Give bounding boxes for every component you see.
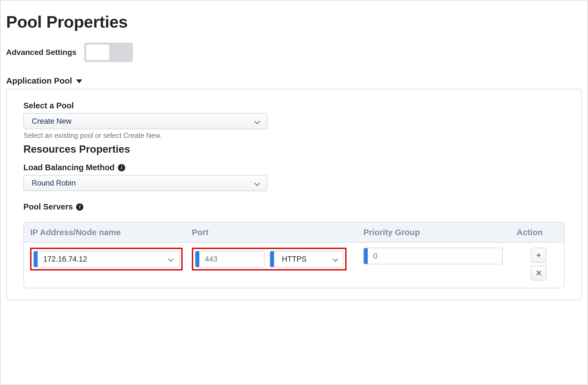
advanced-settings-row: Advanced Settings — [6, 43, 582, 62]
add-row-button[interactable]: + — [531, 248, 546, 263]
th-ip: IP Address/Node name — [27, 228, 189, 237]
port-value: 443 — [199, 251, 264, 267]
lb-method-label-text: Load Balancing Method — [23, 163, 115, 172]
ip-value: 172.16.74.12 — [43, 255, 87, 264]
section-header-label: Application Pool — [6, 76, 72, 86]
cell-action: + ✕ — [517, 248, 561, 281]
lb-method-label: Load Balancing Method i — [23, 163, 565, 172]
resources-heading: Resources Properties — [23, 143, 565, 155]
plus-icon: + — [536, 250, 541, 260]
port-highlight: 443 HTTPS — [192, 248, 347, 271]
pool-servers-label: Pool Servers i — [23, 202, 565, 211]
table-row: 172.16.74.12 443 — [24, 243, 564, 288]
lb-method-value: Round Robin — [32, 179, 76, 187]
advanced-settings-label: Advanced Settings — [6, 48, 76, 57]
protocol-select-wrapper: HTTPS — [274, 251, 343, 267]
th-action: Action — [517, 228, 561, 237]
caret-down-icon — [76, 79, 82, 83]
ip-highlight: 172.16.74.12 — [30, 248, 183, 271]
ip-input[interactable]: 172.16.74.12 — [33, 251, 180, 267]
blue-marker — [195, 251, 199, 267]
blue-marker — [364, 248, 368, 264]
advanced-settings-toggle[interactable] — [84, 43, 133, 62]
pool-servers-label-text: Pool Servers — [23, 202, 73, 211]
select-pool-help: Select an existing pool or select Create… — [23, 131, 565, 140]
th-priority: Priority Group — [360, 228, 517, 237]
th-port: Port — [189, 228, 360, 237]
cell-priority: 0 — [360, 248, 517, 264]
page-container: Pool Properties Advanced Settings Applic… — [0, 0, 588, 385]
toggle-knob — [86, 44, 110, 60]
info-icon[interactable]: i — [76, 203, 83, 211]
priority-input[interactable]: 0 — [363, 248, 503, 264]
cell-port: 443 HTTPS — [189, 248, 360, 271]
select-pool-label: Select a Pool — [23, 101, 565, 110]
chevron-down-icon — [255, 180, 260, 186]
select-pool-value: Create New — [32, 117, 72, 126]
application-pool-panel: Select a Pool Create New Select an exist… — [6, 89, 582, 300]
select-pool-dropdown[interactable]: Create New — [23, 113, 267, 129]
chevron-down-icon — [255, 118, 260, 124]
ip-input-wrapper: 172.16.74.12 — [38, 251, 179, 267]
lb-method-dropdown[interactable]: Round Robin — [23, 175, 267, 191]
protocol-select[interactable]: HTTPS — [270, 251, 343, 267]
cell-ip: 172.16.74.12 — [27, 248, 189, 271]
info-icon[interactable]: i — [118, 164, 125, 171]
port-input[interactable]: 443 — [195, 251, 265, 267]
chevron-down-icon — [168, 257, 173, 262]
blue-marker — [270, 251, 274, 267]
page-title: Pool Properties — [6, 12, 582, 31]
protocol-value: HTTPS — [282, 255, 307, 264]
remove-row-button[interactable]: ✕ — [531, 265, 546, 281]
table-header-row: IP Address/Node name Port Priority Group… — [24, 223, 564, 243]
pool-servers-table: IP Address/Node name Port Priority Group… — [23, 222, 565, 288]
close-icon: ✕ — [536, 269, 542, 278]
chevron-down-icon — [333, 257, 338, 262]
blue-marker — [34, 251, 38, 267]
priority-value: 0 — [368, 248, 502, 264]
section-application-pool-header[interactable]: Application Pool — [6, 76, 582, 86]
